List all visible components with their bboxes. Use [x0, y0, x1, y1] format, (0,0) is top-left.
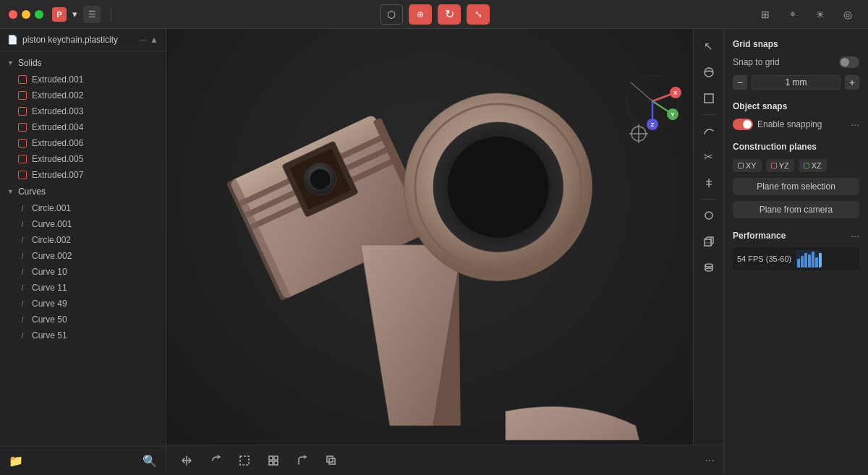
tree-item-ext002[interactable]: Extruded.002 [0, 87, 166, 103]
tree-item-ext004[interactable]: Extruded.004 [0, 119, 166, 135]
select-tool[interactable] [233, 449, 256, 472]
face-tool[interactable] [262, 449, 285, 472]
toolbar-divider [702, 199, 716, 200]
svg-rect-42 [240, 456, 249, 465]
curve-icon: / [17, 314, 27, 325]
duplicate-tool[interactable] [320, 449, 343, 472]
tree-item-curv50[interactable]: / Curve 50 [0, 312, 166, 328]
tree-item-circ002[interactable]: / Circle.002 [0, 232, 166, 248]
tree-item-label: Extruded.001 [32, 74, 83, 85]
plane-from-selection-btn[interactable]: Plane from selection [733, 178, 859, 195]
3d-scene[interactable]: X Y Z [166, 29, 693, 445]
grid-decrease-btn[interactable]: − [733, 75, 747, 90]
enable-snapping-toggle[interactable] [733, 119, 753, 130]
snap-toggle-knob [841, 58, 849, 67]
orbit-tool[interactable] [697, 61, 720, 84]
tree-item-curv002[interactable]: / Curve.002 [0, 248, 166, 264]
curve-icon: / [17, 267, 27, 277]
solid-icon [17, 154, 27, 164]
redo-tool[interactable] [204, 449, 227, 472]
cp-xz-btn[interactable]: XZ [799, 159, 827, 172]
object-snaps-title: Object snaps [733, 101, 859, 111]
tree-item-label: Extruded.003 [32, 106, 83, 116]
tree-item-curv10[interactable]: / Curve 10 [0, 264, 166, 280]
tree-item-ext003[interactable]: Extruded.003 [0, 103, 166, 119]
rotate-tool[interactable]: ↻ [438, 4, 461, 25]
minimize-button[interactable] [22, 10, 30, 19]
tree-item-ext001[interactable]: Extruded.001 [0, 72, 166, 87]
fps-graph [796, 250, 822, 268]
app-title-dropdown[interactable]: ▾ [72, 9, 77, 20]
svg-point-34 [705, 212, 712, 219]
fps-bar-1 [797, 259, 800, 268]
measure-tool[interactable] [697, 171, 720, 194]
tree-item-circ001[interactable]: / Circle.001 [0, 200, 166, 216]
cp-yz-btn[interactable]: YZ [766, 159, 794, 172]
move-tool[interactable]: ⊕ [409, 4, 432, 25]
fps-bar-4 [808, 254, 811, 268]
curves-section-header[interactable]: ▼ Curves [0, 183, 166, 200]
tree-item-ext006[interactable]: Extruded.006 [0, 135, 166, 151]
performance-more-btn[interactable]: ··· [851, 230, 859, 241]
cp-yz-label: YZ [779, 161, 789, 170]
tree-item-label: Extruded.005 [32, 154, 83, 164]
cursor-tool[interactable]: ↖ [697, 35, 720, 58]
svg-rect-47 [329, 458, 335, 464]
tree-item-label: Curve 11 [32, 283, 67, 293]
tree-item-curv001[interactable]: / Curve.001 [0, 216, 166, 232]
grid-button[interactable]: ⊞ [754, 4, 777, 25]
tree-item-ext005[interactable]: Extruded.005 [0, 151, 166, 167]
curves-chevron: ▼ [7, 188, 14, 195]
solids-section-header[interactable]: ▼ Solids [0, 54, 166, 72]
search-icon[interactable]: 🔍 [142, 454, 157, 468]
sidebar-toggle[interactable]: ☰ [83, 6, 101, 23]
scale-tool[interactable]: ⤡ [467, 4, 490, 25]
snap-to-grid-toggle[interactable] [839, 56, 859, 68]
snapping-more-btn[interactable]: ··· [851, 119, 859, 130]
sidebar-collapse-btn[interactable]: ▲ [150, 35, 158, 45]
sidebar-more-btn[interactable]: ··· [140, 35, 147, 45]
enable-snapping-row: Enable snapping ··· [733, 119, 859, 130]
folder-icon[interactable]: 📁 [9, 454, 23, 468]
tree-item-label: Curve 51 [32, 330, 67, 341]
fps-bar-7 [819, 253, 822, 268]
plane-from-camera-btn[interactable]: Plane from camera [733, 201, 859, 218]
svg-rect-46 [274, 461, 278, 465]
box-tool[interactable] [697, 230, 720, 253]
solid-icon [17, 122, 27, 132]
cylinder-tool[interactable] [697, 256, 720, 279]
more-tools-button[interactable]: ··· [705, 454, 715, 467]
performance-header-row: Performance ··· [733, 230, 859, 241]
close-button[interactable] [9, 10, 17, 19]
tree-item-curv11[interactable]: / Curve 11 [0, 280, 166, 296]
curve-tool[interactable] [697, 119, 720, 142]
tree-item-curv51[interactable]: / Curve 51 [0, 328, 166, 343]
viewport[interactable]: X Y Z [166, 29, 693, 445]
tree-item-curv49[interactable]: / Curve 49 [0, 296, 166, 312]
tree-item-ext007[interactable]: Extruded.007 [0, 167, 166, 183]
solids-label: Solids [18, 58, 42, 68]
cp-xy-btn[interactable]: XY [733, 159, 762, 172]
sidebar-header-actions: ··· ▲ [140, 35, 158, 45]
grid-value[interactable]: 1 mm [752, 75, 841, 90]
snap-button[interactable]: ⌖ [781, 4, 804, 25]
fps-label: 54 FPS (35-60) [737, 254, 791, 263]
target-button[interactable]: ◎ [836, 4, 859, 25]
curve-icon: / [17, 299, 27, 309]
sidebar: 📄 piston keychain.plasticity ··· ▲ ▼ Sol… [0, 29, 166, 475]
svg-rect-45 [269, 461, 273, 465]
snowflake-button[interactable]: ✳ [809, 4, 832, 25]
grid-increase-btn[interactable]: + [845, 75, 859, 90]
frame-tool[interactable] [697, 87, 720, 110]
bend-tool[interactable] [291, 449, 314, 472]
circle-tool[interactable] [697, 204, 720, 227]
curves-label: Curves [18, 187, 46, 197]
polygon-tool[interactable]: ⬡ [380, 4, 403, 25]
curve-icon: / [17, 235, 27, 245]
right-panel: Grid snaps Snap to grid − 1 mm + Object … [723, 29, 868, 475]
sidebar-header: 📄 piston keychain.plasticity ··· ▲ [0, 29, 166, 51]
maximize-button[interactable] [35, 10, 43, 19]
move-tool-bottom[interactable] [175, 449, 198, 472]
scissors-tool[interactable]: ✂ [697, 145, 720, 168]
tree-item-label: Circle.002 [32, 235, 71, 245]
